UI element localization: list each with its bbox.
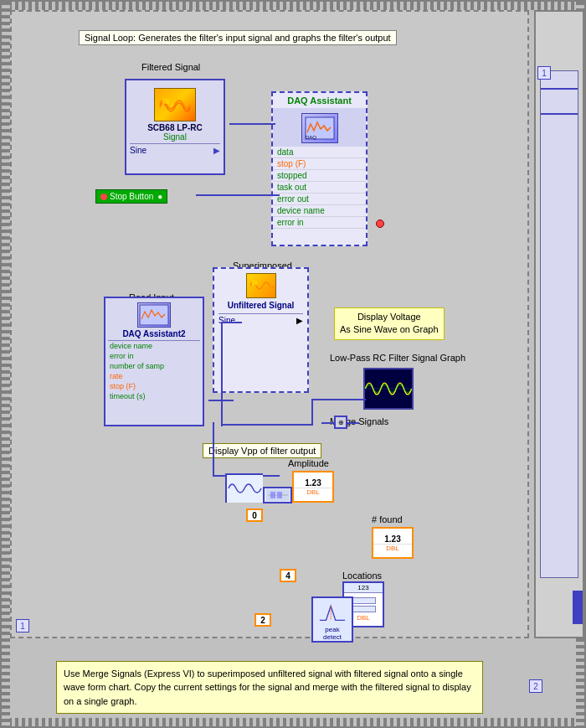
daq-assistant-title: DAQ Assistant <box>273 93 366 108</box>
corner-badge-one: 1 <box>16 619 29 632</box>
stop-dot-icon <box>100 194 107 200</box>
indicator-svg <box>266 489 290 501</box>
filtered-signal-header: Filtered Signal <box>141 62 200 72</box>
amplitude-display: 1.23 DBL <box>292 471 334 503</box>
found-sub: DBL <box>373 544 412 552</box>
right-line-1 <box>541 88 578 90</box>
peak-detect-block: peakdetect <box>311 596 353 643</box>
right-blue-square-2 <box>573 612 583 624</box>
waveform-chart <box>363 368 414 410</box>
wire-vpp-v <box>213 422 214 477</box>
daq-assistant-icon: DAQ <box>301 113 338 143</box>
wire-filtered-to-daq <box>229 123 275 125</box>
svg-text:DAQ: DAQ <box>306 135 316 140</box>
read-input-svg <box>139 304 169 326</box>
amplitude-sub: DBL <box>294 488 332 496</box>
filtered-signal-icon <box>154 88 196 121</box>
peak-detect-label: peakdetect <box>323 626 342 641</box>
bottom-badge-2: 2 <box>529 679 542 693</box>
daq-row-errorin: error in <box>273 217 366 229</box>
found-display: 1.23 DBL <box>372 527 414 559</box>
main-container: Signal Loop: Generates the filter's inpu… <box>0 0 586 728</box>
right-panel-inner <box>540 70 578 578</box>
unfiltered-sine-arrow: ▶ <box>296 316 303 325</box>
daq2-rows: device name error in number of samp rate… <box>108 340 200 401</box>
right-line-2 <box>541 113 578 115</box>
superimposed-box: Unfiltered Signal Sine ▶ <box>213 267 309 393</box>
unfiltered-icon <box>246 273 276 298</box>
filtered-signal-name: SCB68 LP-RC <box>130 123 220 132</box>
found-value: 1.23 <box>384 534 400 544</box>
superimposed-inner: Unfiltered Signal Sine ▶ <box>214 269 307 329</box>
loc-row-2 <box>351 606 376 612</box>
unfiltered-icon-area <box>218 273 303 298</box>
unfiltered-block-name: Unfiltered Signal <box>218 301 303 310</box>
wire-v-1 <box>311 399 313 424</box>
daq2-row-timeout: timeout (s) <box>108 391 200 401</box>
right-panel: 1 <box>534 10 584 638</box>
daq-assistant-box: DAQ Assistant DAQ data stop (F) stopped … <box>271 91 368 246</box>
svg-rect-10 <box>270 492 275 498</box>
two-badge: 2 <box>254 613 271 627</box>
amplitude-label: Amplitude <box>288 458 329 468</box>
waveform-display-left <box>225 473 263 503</box>
read-input-icon <box>137 302 171 328</box>
unfiltered-wave-svg <box>249 276 274 295</box>
top-border-decoration <box>2 2 584 10</box>
amplitude-value: 1.23 <box>305 478 321 488</box>
waveform-chart-svg <box>365 369 412 408</box>
daq-row-taskout: task out <box>273 182 366 194</box>
svg-rect-11 <box>277 492 282 498</box>
wire-v-left <box>221 322 223 426</box>
diagram-area: Signal Loop: Generates the filter's inpu… <box>10 10 529 638</box>
daq-row-stopped: stopped <box>273 170 366 182</box>
daq2-name: DAQ Assistant2 <box>108 329 200 338</box>
display-vpp-box: Display Vpp of filter output <box>203 443 321 458</box>
right-blue-square <box>573 591 583 612</box>
daq2-row-rate: rate <box>108 371 200 381</box>
left-border-decoration <box>2 2 10 726</box>
stop-button[interactable]: Stop Button ● <box>95 189 167 204</box>
daq-svg: DAQ <box>304 116 336 141</box>
merge-junction: ⊕ <box>334 416 347 429</box>
filtered-signal-arrow: ▶ <box>213 146 220 155</box>
wire-stop-button <box>196 194 280 196</box>
daq-row-data: data <box>273 147 366 158</box>
wire-h-bottom <box>221 424 313 426</box>
svg-rect-3 <box>252 281 257 285</box>
daq2-row-stop: stop (F) <box>108 381 200 391</box>
read-input-inner: DAQ Assistant2 device name error in numb… <box>105 298 203 404</box>
daq2-row-errorin: error in <box>108 351 200 361</box>
daq2-row-numsamples: number of samp <box>108 361 200 371</box>
filtered-signal-subname: Signal <box>130 132 220 142</box>
svg-rect-0 <box>162 99 169 104</box>
signal-loop-label: Signal Loop: Generates the filter's inpu… <box>79 30 397 45</box>
display-voltage-box: Display Voltage As Sine Wave on Graph <box>334 307 445 340</box>
filtered-signal-box: SCB68 LP-RC Signal Sine ▶ <box>125 79 225 175</box>
daq-row-stop: stop (F) <box>273 158 366 170</box>
daq-row-devicename: device name <box>273 205 366 217</box>
loc-row-1 <box>351 597 376 604</box>
locations-label: Locations <box>342 571 382 581</box>
right-badge-1: 1 <box>537 66 551 80</box>
waveform-svg <box>158 92 192 117</box>
low-pass-label: Low-Pass RC Filter Signal Graph <box>330 353 465 363</box>
zero-badge: 0 <box>246 509 263 522</box>
read-input-box: DAQ Assistant2 device name error in numb… <box>104 297 204 426</box>
error-indicator <box>376 219 384 228</box>
indicator-small <box>263 487 292 503</box>
bottom-border-decoration <box>2 718 584 726</box>
locations-header: 123 <box>344 583 383 593</box>
waveform-disp-svg <box>227 475 263 503</box>
stop-button-connector: ● <box>157 192 162 201</box>
loc-dbl: DBL <box>355 614 372 622</box>
wire-to-chart <box>311 399 366 400</box>
daq2-row-device: device name <box>108 341 200 351</box>
daq-icon-area: DAQ <box>273 108 366 147</box>
wire-h-from-daq2 <box>221 322 242 323</box>
filtered-signal-sine-label: Sine <box>130 146 146 155</box>
locations-body: DBL <box>349 593 378 626</box>
wire-read-to-super <box>208 400 234 401</box>
four-badge: 4 <box>280 569 296 582</box>
found-label: # found <box>372 514 403 524</box>
